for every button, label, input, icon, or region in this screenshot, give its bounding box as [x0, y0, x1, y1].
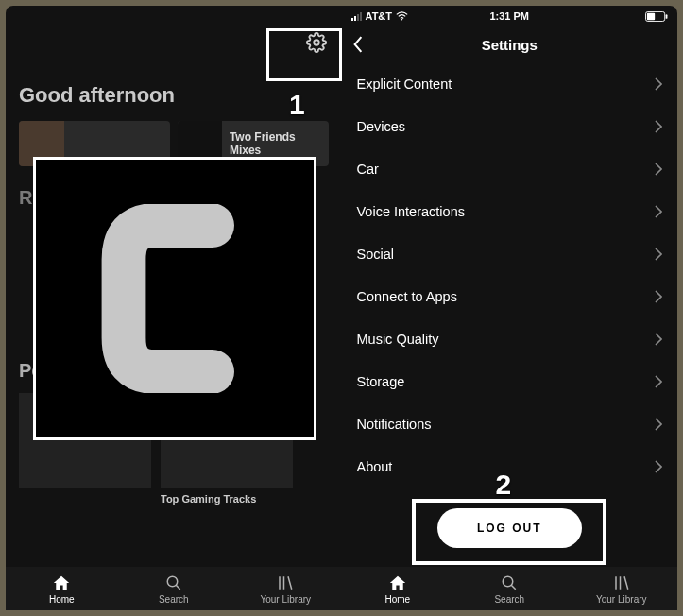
settings-row-label: Social [357, 247, 395, 262]
tab-your-library[interactable]: Your Library [566, 567, 678, 610]
greeting-heading: Good afternoon [19, 83, 329, 108]
settings-row-label: Explicit Content [357, 77, 452, 92]
settings-row-car[interactable]: Car [342, 147, 678, 190]
settings-row-label: Storage [357, 374, 405, 389]
chevron-right-icon [655, 375, 662, 388]
home-icon [387, 573, 408, 592]
settings-row-storage[interactable]: Storage [342, 360, 678, 402]
library-icon [275, 573, 296, 592]
carrier-label: AT&T [366, 10, 393, 22]
chevron-right-icon [655, 333, 662, 346]
overlay-logo-icon [90, 204, 260, 393]
search-icon [499, 573, 520, 592]
gear-highlight-box [266, 28, 342, 81]
clock-label: 1:31 PM [489, 10, 529, 22]
chevron-right-icon [655, 120, 662, 133]
tab-your-library[interactable]: Your Library [230, 567, 342, 610]
callout-number-1: 1 [289, 89, 305, 121]
tab-home[interactable]: Home [342, 567, 454, 610]
chevron-right-icon [655, 248, 662, 261]
settings-row-voice-interactions[interactable]: Voice Interactions [342, 190, 678, 232]
svg-rect-3 [647, 12, 655, 19]
signal-icon [351, 12, 362, 21]
settings-row-label: Notifications [357, 417, 432, 432]
page-title: Settings [482, 37, 538, 53]
settings-row-label: Devices [357, 119, 406, 134]
battery-icon [645, 11, 668, 22]
chevron-right-icon [655, 77, 662, 91]
overlay-logo [33, 157, 316, 440]
settings-row-notifications[interactable]: Notifications [342, 402, 678, 445]
settings-navbar: Settings [342, 26, 678, 62]
settings-row-label: About [357, 459, 393, 474]
settings-row-label: Voice Interactions [357, 204, 465, 219]
tab-label: Home [49, 594, 75, 605]
tab-label: Search [494, 594, 524, 605]
settings-row-connect-to-apps[interactable]: Connect to Apps [342, 275, 678, 317]
back-button[interactable] [348, 34, 368, 55]
search-icon [163, 573, 184, 592]
home-icon [51, 573, 72, 592]
settings-row-explicit-content[interactable]: Explicit Content [342, 62, 678, 105]
logout-highlight-box [412, 499, 606, 565]
tab-search[interactable]: Search [118, 567, 231, 610]
chevron-right-icon [655, 205, 662, 218]
wifi-icon [396, 11, 408, 21]
chevron-right-icon [655, 460, 662, 473]
status-bar [6, 6, 342, 26]
settings-row-music-quality[interactable]: Music Quality [342, 317, 678, 360]
tab-label: Your Library [260, 594, 311, 605]
tab-bar: Home Search Your Library Home Search You… [6, 567, 677, 610]
tile-label: Two Friends Mixes [230, 130, 329, 157]
chevron-right-icon [655, 290, 662, 303]
phone-home-screen: 1 Good afternoon Two Friends Mixes Recen… [6, 6, 342, 567]
settings-row-label: Connect to Apps [357, 289, 457, 304]
callout-number-2: 2 [496, 469, 512, 501]
svg-point-1 [401, 19, 402, 20]
tab-search[interactable]: Search [453, 567, 566, 610]
settings-row-devices[interactable]: Devices [342, 105, 678, 147]
library-icon [611, 573, 632, 592]
settings-list: Explicit Content Devices Car Voice Inter… [342, 62, 678, 488]
svg-rect-4 [666, 14, 668, 19]
tab-label: Search [159, 594, 189, 605]
settings-row-social[interactable]: Social [342, 232, 678, 275]
tab-label: Home [384, 594, 410, 605]
tab-label: Your Library [596, 594, 647, 605]
tab-home[interactable]: Home [6, 567, 118, 610]
settings-row-label: Car [357, 162, 379, 177]
svg-point-6 [504, 576, 514, 587]
phone-settings-screen: AT&T 1:31 PM Settings Explicit Content D… [342, 6, 678, 567]
chevron-right-icon [655, 418, 662, 431]
status-bar: AT&T 1:31 PM [342, 6, 678, 26]
chevron-left-icon [352, 36, 364, 53]
svg-point-5 [167, 576, 178, 587]
chevron-right-icon [655, 163, 662, 176]
card-label: Top Gaming Tracks [161, 493, 293, 505]
settings-row-label: Music Quality [357, 332, 439, 347]
